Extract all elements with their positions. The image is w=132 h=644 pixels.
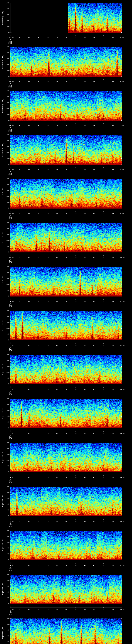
x-tick-label: 30 [65,169,67,170]
date-label: 6Sep2015 [8,522,12,528]
y-tick-label: 600 [2,629,9,631]
spectrogram-panel-22:05:00: Frequency (Hz) 22:05:00 6:00 6Sep2015 02… [0,44,132,88]
y-tick-label: 400 [2,196,9,197]
x-tick-label: 10 [28,213,30,214]
x-tick-label: 25 [56,81,58,82]
y-tick-label: 600 [2,542,9,543]
x-tick-label: 10 [28,169,30,170]
y-tick-label: 200 [2,202,9,203]
date-label: 6Sep2015 [8,346,12,352]
y-tick-label: 1000 [2,222,9,224]
x-tick-label: 45 [93,169,95,170]
y-tick-label: 400 [2,108,9,109]
x-tick-label: 10 [28,345,30,346]
start-time-label: 22:16:00 [6,564,14,566]
y-tick-label: 0 [2,339,9,341]
x-tick-label: 25 [56,433,58,434]
date-line: 2015 [8,394,12,396]
spectrogram-image [10,223,122,252]
x-tick-label: 40 [84,81,86,82]
x-tick-label: 35 [75,564,76,566]
y-tick-label: 1000 [2,46,9,48]
x-tick-label: 30 [65,257,67,258]
end-time-label: 11:00 [120,301,124,302]
y-tick-label: 0 [2,76,9,77]
y-tick-label: 600 [2,454,9,455]
y-tick-label: 200 [2,465,9,467]
x-tick-label: 30 [65,81,67,82]
y-tick-label: 1000 [2,2,9,4]
date-line: 2015 [8,262,12,264]
x-tick-label: 25 [56,37,58,39]
y-tick-label: 200 [2,641,9,643]
x-tick-label: 50 [102,388,104,390]
x-tick-label: 5 [19,81,20,82]
x-tick-label: 30 [65,608,67,610]
y-tick-label: 0 [2,32,9,33]
y-tick-label: 600 [2,366,9,367]
date-line: 2015 [8,130,12,132]
y-tick-label: 400 [2,547,9,549]
spectrogram-image [10,91,122,121]
x-tick-label: 10 [28,520,30,522]
spectrogram-image [10,399,122,428]
spectrogram-image [10,355,122,384]
x-tick-label: 25 [56,345,58,346]
x-tick-label: 20 [47,125,48,126]
spectrogram-image [10,311,122,340]
y-axis-title: Frequency (Hz) [2,230,4,244]
y-tick-label: 200 [2,114,9,115]
spectrogram-panel-22:10:00: Frequency (Hz) 22:10:00 11:00 6Sep2015 0… [0,264,132,308]
x-tick-label: 50 [102,257,104,258]
y-tick-label: 200 [2,597,9,599]
x-tick-label: 55 [112,125,114,126]
x-tick-label: 15 [38,213,39,214]
end-time-label: 17:00 [120,564,124,566]
x-tick-label: 20 [47,608,48,610]
spectrogram-panel-22:15:00: Frequency (Hz) 22:15:00 16:00 6Sep2015 0… [0,484,132,528]
y-axis-title: Frequency (Hz) [2,274,4,288]
x-tick-label: 30 [65,520,67,522]
date-line: 2015 [8,614,12,616]
date-label: 6Sep2015 [8,390,12,396]
y-tick-label: 800 [2,96,9,98]
x-tick-label: 5 [19,213,20,214]
y-tick-label: 800 [2,360,9,362]
x-tick-label: 15 [38,433,39,434]
x-tick-label: 30 [65,213,67,214]
x-tick-label: 30 [65,564,67,566]
x-tick-label: 5 [19,37,20,39]
y-axis-title: Frequency (Hz) [2,362,4,376]
x-tick-label: 55 [112,169,114,170]
spectrogram-image [10,574,122,604]
x-tick-label: 50 [102,433,104,434]
x-tick-label: 15 [38,564,39,566]
x-tick-label: 25 [56,388,58,390]
x-tick-label: 5 [19,608,20,610]
x-tick-label: 35 [75,388,76,390]
y-tick-label: 600 [2,14,9,16]
x-tick-label: 35 [75,169,76,170]
y-tick-label: 800 [2,404,9,405]
x-tick-label: 15 [38,608,39,610]
x-tick-label: 45 [93,388,95,390]
x-tick-label: 50 [102,345,104,346]
x-tick-label: 35 [75,520,76,522]
y-tick-label: 600 [2,498,9,499]
y-tick-label: 600 [2,234,9,236]
x-tick-label: 35 [75,81,76,82]
y-tick-label: 400 [2,284,9,285]
x-tick-label: 40 [84,345,86,346]
start-time-label: 22:10:00 [6,301,14,302]
end-time-label: 5:00 [120,37,124,39]
spectrogram-panel-22:18:00: Frequency (Hz) 22:18:00 19:00 6Sep2015 0… [0,616,132,644]
y-axis-title: Frequency (Hz) [2,494,4,508]
y-tick-label: 600 [2,102,9,104]
x-tick-label: 45 [93,301,95,302]
start-time-label: 22:15:00 [6,520,14,522]
x-tick-label: 40 [84,608,86,610]
y-tick-label: 1000 [2,530,9,532]
x-tick-label: 25 [56,213,58,214]
x-tick-label: 35 [75,257,76,258]
x-tick-label: 55 [112,301,114,302]
